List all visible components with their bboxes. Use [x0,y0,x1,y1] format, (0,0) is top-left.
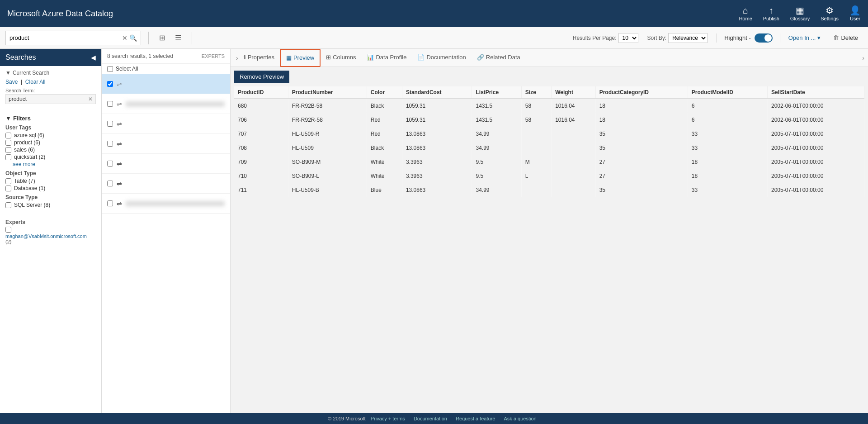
nav-publish[interactable]: ↑ Publish [763,6,779,21]
result-item-2[interactable]: ⇌ [102,94,230,114]
current-search-label: Current Search [13,70,49,76]
tab-related-data[interactable]: 🔗 Related Data [472,49,526,67]
current-search-toggle[interactable]: ▼ Current Search [5,70,96,76]
filter-item-quickstart: quickstart (2) [5,154,96,160]
col-header-standardcost: StandardCost [402,86,472,99]
result-item-3[interactable]: ⇌ [102,114,230,134]
related-data-icon: 🔗 [477,54,484,61]
tabs-scroll-right-button[interactable]: › [862,54,864,62]
delete-button[interactable]: 🗑 Delete [829,33,863,43]
highlight-toggle[interactable] [755,33,773,43]
results-per-page-select[interactable]: 10 25 50 [618,33,638,43]
sort-by-label: Sort By: [647,35,667,41]
sidebar-title: Searches [5,53,36,62]
footer-documentation-link[interactable]: Documentation [414,416,447,421]
select-all-label[interactable]: Select All [116,66,138,72]
footer-feature-link[interactable]: Request a feature [456,416,495,421]
table-cell-productmodelid: 18 [688,169,767,183]
table-icon-5: ⇌ [117,160,122,167]
filter-item-azure-sql: azure sql (6) [5,132,96,138]
tab-properties[interactable]: ℹ Properties [238,49,280,67]
result-checkbox-6[interactable] [107,181,113,186]
filter-checkbox-sales[interactable] [5,147,11,153]
table-cell-standardcost: 3.3963 [402,169,472,183]
result-checkbox-5[interactable] [107,161,113,167]
footer-question-link[interactable]: Ask a question [504,416,536,421]
result-checkbox-7[interactable] [107,200,113,206]
filter-checkbox-quickstart[interactable] [5,154,11,160]
table-cell-color: White [367,155,402,169]
search-input[interactable] [9,34,122,41]
documentation-icon: 📄 [417,54,425,61]
results-summary-text: 8 search results, 1 selected [107,53,173,59]
sidebar-collapse-button[interactable]: ◀ [91,54,96,61]
search-submit-button[interactable]: 🔍 [129,34,137,42]
result-item-7[interactable]: ⇌ [102,194,230,214]
clear-search-link[interactable]: Clear All [25,79,46,85]
filter-checkbox-expert[interactable] [5,227,11,233]
results-panel: 8 search results, 1 selected EXPERTS Sel… [102,49,231,413]
nav-user[interactable]: 👤 User [849,6,861,21]
filter-label-table[interactable]: Table (7) [14,178,35,184]
table-cell-sellstartdate: 2002-06-01T00:00:00 [767,99,864,113]
filter-label-database[interactable]: Database (1) [14,185,45,191]
grid-view-button[interactable]: ⊞ [156,31,168,44]
nav-glossary[interactable]: ▦ Glossary [790,6,810,21]
tab-columns[interactable]: ⊞ Columns [321,49,361,67]
table-cell-productnumber: SO-B909-M [288,155,367,169]
table-cell-productnumber: FR-R92B-58 [288,99,367,113]
result-item-1[interactable]: ⇌ [102,74,230,94]
filters-toggle[interactable]: ▼ Filters [5,115,96,122]
table-cell-standardcost: 13.0863 [402,127,472,141]
filter-label-sql-server[interactable]: SQL Server (8) [14,202,50,208]
table-row: 680FR-R92B-58Black1059.311431.5581016.04… [234,99,864,113]
filter-checkbox-database[interactable] [5,186,11,191]
table-row: 707HL-U509-RRed13.086334.9935332005-07-0… [234,127,864,141]
filter-label-sales[interactable]: sales (6) [14,147,35,153]
filter-checkbox-table[interactable] [5,178,11,184]
search-clear-button[interactable]: ✕ [122,34,127,42]
nav-settings[interactable]: ⚙ Settings [821,6,839,21]
filter-label-quickstart[interactable]: quickstart (2) [14,154,45,160]
result-checkbox-2[interactable] [107,101,113,107]
table-cell-standardcost: 3.3963 [402,155,472,169]
table-icon-7: ⇌ [117,200,122,207]
filter-label-azure-sql[interactable]: azure sql (6) [14,132,44,138]
top-nav: Microsoft Azure Data Catalog ⌂ Home ↑ Pu… [0,0,868,27]
table-cell-sellstartdate: 2005-07-01T00:00:00 [767,127,864,141]
result-item-5[interactable]: ⇌ [102,154,230,174]
app-title: Microsoft Azure Data Catalog [7,9,739,19]
remove-search-term-button[interactable]: ✕ [88,96,93,102]
table-cell-standardcost: 1059.31 [402,113,472,127]
open-in-button[interactable]: Open In ... ▾ [784,33,826,43]
result-checkbox-1[interactable] [107,81,113,87]
filter-label-product[interactable]: product (6) [14,139,40,146]
data-profile-icon: 📊 [367,54,374,61]
tab-documentation[interactable]: 📄 Documentation [412,49,471,67]
filter-checkbox-azure-sql[interactable] [5,133,11,138]
select-all-row: Select All [102,64,230,74]
table-cell-size[interactable]: M [521,155,551,169]
nav-home[interactable]: ⌂ Home [739,6,752,21]
table-cell-size[interactable]: L [521,169,551,183]
save-search-link[interactable]: Save [5,79,18,85]
result-item-6[interactable]: ⇌ [102,174,230,194]
result-checkbox-4[interactable] [107,141,113,147]
table-cell-size: 58 [521,113,551,127]
list-view-button[interactable]: ☰ [172,31,184,44]
table-cell-productnumber: SO-B909-L [288,169,367,183]
filter-checkbox-sql-server[interactable] [5,202,11,208]
tab-data-profile[interactable]: 📊 Data Profile [361,49,412,67]
select-all-checkbox[interactable] [107,66,113,72]
see-more-tags-link[interactable]: see more [13,161,96,167]
table-cell-productid: 711 [234,183,288,197]
tab-preview[interactable]: ▦ Preview [280,49,321,67]
filter-checkbox-product[interactable] [5,140,11,146]
footer-privacy-link[interactable]: Privacy + terms [371,416,405,421]
remove-preview-button[interactable]: Remove Preview [234,71,289,83]
table-cell-productmodelid: 18 [688,155,767,169]
result-checkbox-3[interactable] [107,121,113,127]
result-item-4[interactable]: ⇌ [102,134,230,154]
sort-by-select[interactable]: Relevance Name Date [668,33,708,43]
table-cell-size: 58 [521,99,551,113]
